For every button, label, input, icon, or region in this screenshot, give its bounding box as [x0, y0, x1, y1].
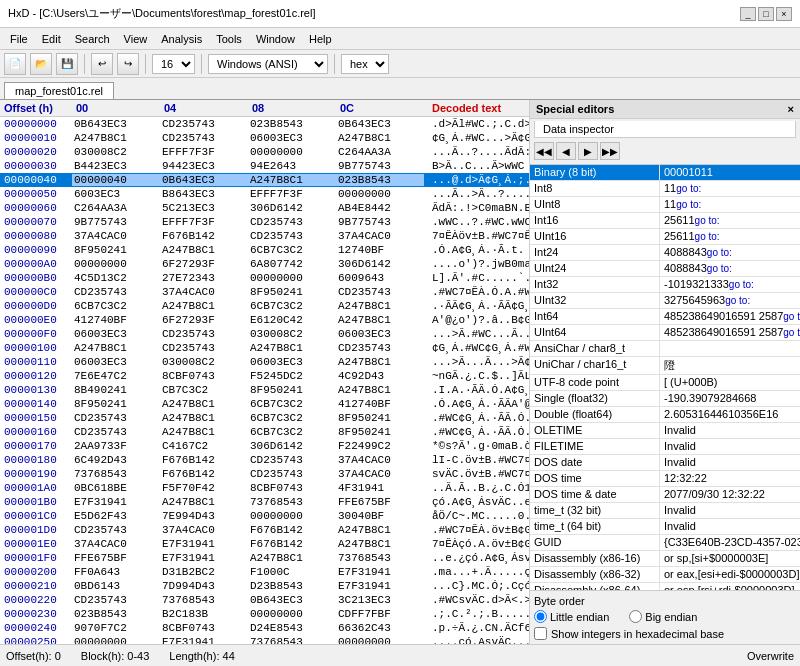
hex-row[interactable]: 000001E0 37A4CAC0 E7F31941 F676B142 A247…: [0, 537, 529, 551]
row-bytes-00[interactable]: 2AA9733F: [72, 440, 160, 452]
di-row[interactable]: time_t (32 bit) Invalid: [530, 503, 800, 519]
hex-row[interactable]: 000000B0 4C5D13C2 27E72343 00000000 6009…: [0, 271, 529, 285]
row-bytes-0c[interactable]: A247B8C1: [336, 538, 424, 550]
row-bytes-08[interactable]: CD235743: [248, 454, 336, 466]
row-bytes-0c[interactable]: 06003EC3: [336, 328, 424, 340]
row-bytes-00[interactable]: 00000040: [72, 174, 160, 186]
row-bytes-04[interactable]: A247B8C1: [160, 412, 248, 424]
format-select[interactable]: hex: [341, 54, 389, 74]
row-bytes-08[interactable]: A247B8C1: [248, 342, 336, 354]
row-bytes-04[interactable]: 27E72343: [160, 272, 248, 284]
row-bytes-08[interactable]: EFFF7F3F: [248, 188, 336, 200]
row-bytes-0c[interactable]: 023B8543: [336, 174, 424, 186]
minimize-button[interactable]: _: [740, 7, 756, 21]
row-bytes-08[interactable]: 306D6142: [248, 440, 336, 452]
di-row[interactable]: Single (float32) -190.39079284668: [530, 391, 800, 407]
row-bytes-00[interactable]: 0BD6143: [72, 580, 160, 592]
di-row[interactable]: UInt64 485238649016591 2587go to:: [530, 325, 800, 341]
row-bytes-0c[interactable]: E7F31941: [336, 580, 424, 592]
hex-row[interactable]: 000001C0 E5D62F43 7E994D43 00000000 3004…: [0, 509, 529, 523]
row-bytes-04[interactable]: 8CBF0743: [160, 622, 248, 634]
row-bytes-00[interactable]: 00000000: [72, 258, 160, 270]
hex-row[interactable]: 000001B0 E7F31941 A247B8C1 73768543 FFE6…: [0, 495, 529, 509]
row-bytes-04[interactable]: F676B142: [160, 230, 248, 242]
row-bytes-08[interactable]: 6CB7C3C2: [248, 426, 336, 438]
row-bytes-04[interactable]: F5F70F42: [160, 482, 248, 494]
row-bytes-00[interactable]: CD235743: [72, 426, 160, 438]
encoding-select[interactable]: Windows (ANSI): [208, 54, 328, 74]
row-bytes-0c[interactable]: A247B8C1: [336, 132, 424, 144]
hex-row[interactable]: 00000230 023B8543 B2C183B 00000000 CDFF7…: [0, 607, 529, 621]
hex-row[interactable]: 000000A0 00000000 6F27293F 6A807742 306D…: [0, 257, 529, 271]
row-bytes-08[interactable]: 8F950241: [248, 286, 336, 298]
row-bytes-00[interactable]: 8F950241: [72, 244, 160, 256]
row-bytes-0c[interactable]: 306D6142: [336, 258, 424, 270]
row-bytes-00[interactable]: 4C5D13C2: [72, 272, 160, 284]
row-bytes-0c[interactable]: CD235743: [336, 342, 424, 354]
row-bytes-0c[interactable]: A247B8C1: [336, 384, 424, 396]
show-hex-checkbox[interactable]: [534, 627, 547, 640]
row-bytes-04[interactable]: EFFF7F3F: [160, 216, 248, 228]
row-bytes-0c[interactable]: 3C213EC3: [336, 594, 424, 606]
row-bytes-0c[interactable]: 6009643: [336, 272, 424, 284]
hex-row[interactable]: 00000050 6003EC3 B8643EC3 EFFF7F3F 00000…: [0, 187, 529, 201]
row-bytes-0c[interactable]: 00000000: [336, 636, 424, 644]
hex-row[interactable]: 00000060 C264AA3A 5C213EC3 306D6142 AB4E…: [0, 201, 529, 215]
row-bytes-04[interactable]: D31B2BC2: [160, 566, 248, 578]
row-bytes-00[interactable]: E5D62F43: [72, 510, 160, 522]
maximize-button[interactable]: □: [758, 7, 774, 21]
menu-window[interactable]: Window: [250, 31, 301, 47]
row-bytes-08[interactable]: 6A807742: [248, 258, 336, 270]
row-bytes-0c[interactable]: 0B643EC3: [336, 118, 424, 130]
hex-row[interactable]: 00000080 37A4CAC0 F676B142 CD235743 37A4…: [0, 229, 529, 243]
di-goto-link[interactable]: go to:: [695, 231, 722, 242]
di-row[interactable]: DOS time 12:32:22: [530, 471, 800, 487]
row-bytes-04[interactable]: 8CBF0743: [160, 370, 248, 382]
hex-row[interactable]: 00000220 CD235743 73768543 0B643EC3 3C21…: [0, 593, 529, 607]
row-bytes-08[interactable]: 023B8543: [248, 118, 336, 130]
row-bytes-08[interactable]: 06003EC3: [248, 356, 336, 368]
menu-search[interactable]: Search: [69, 31, 116, 47]
di-row[interactable]: FILETIME Invalid: [530, 439, 800, 455]
di-goto-link[interactable]: go to:: [725, 295, 752, 306]
row-bytes-04[interactable]: E7F31941: [160, 538, 248, 550]
row-bytes-00[interactable]: 023B8543: [72, 608, 160, 620]
row-bytes-00[interactable]: 6CB7C3C2: [72, 300, 160, 312]
row-bytes-08[interactable]: 6CB7C3C2: [248, 300, 336, 312]
di-row[interactable]: AnsiChar / char8_t: [530, 341, 800, 357]
di-last-button[interactable]: ▶▶: [600, 142, 620, 160]
di-row[interactable]: UniChar / char16_t 隥: [530, 357, 800, 375]
menu-view[interactable]: View: [118, 31, 154, 47]
row-bytes-0c[interactable]: A247B8C1: [336, 524, 424, 536]
row-bytes-04[interactable]: E7F31941: [160, 636, 248, 644]
row-bytes-00[interactable]: 6003EC3: [72, 188, 160, 200]
row-bytes-0c[interactable]: A247B8C1: [336, 314, 424, 326]
row-bytes-04[interactable]: B8643EC3: [160, 188, 248, 200]
row-bytes-00[interactable]: 9B775743: [72, 216, 160, 228]
big-endian-radio[interactable]: Big endian: [629, 610, 697, 623]
hex-row[interactable]: 00000160 CD235743 A247B8C1 6CB7C3C2 8F95…: [0, 425, 529, 439]
row-bytes-08[interactable]: D24E8543: [248, 622, 336, 634]
row-bytes-0c[interactable]: 66362C43: [336, 622, 424, 634]
row-bytes-08[interactable]: 0B643EC3: [248, 594, 336, 606]
row-bytes-08[interactable]: A247B8C1: [248, 174, 336, 186]
row-bytes-00[interactable]: CD235743: [72, 286, 160, 298]
di-first-button[interactable]: ◀◀: [534, 142, 554, 160]
row-bytes-04[interactable]: A247B8C1: [160, 398, 248, 410]
row-bytes-04[interactable]: A247B8C1: [160, 496, 248, 508]
row-bytes-04[interactable]: 6F27293F: [160, 314, 248, 326]
row-bytes-08[interactable]: 00000000: [248, 146, 336, 158]
di-row[interactable]: Int32 -1019321333go to:: [530, 277, 800, 293]
row-bytes-00[interactable]: 37A4CAC0: [72, 230, 160, 242]
row-bytes-0c[interactable]: FFE675BF: [336, 496, 424, 508]
di-goto-link[interactable]: go to:: [707, 247, 734, 258]
row-bytes-08[interactable]: CD235743: [248, 216, 336, 228]
row-bytes-04[interactable]: C4167C2: [160, 440, 248, 452]
hex-row[interactable]: 00000190 73768543 F676B142 CD235743 37A4…: [0, 467, 529, 481]
row-bytes-0c[interactable]: 8F950241: [336, 426, 424, 438]
row-bytes-0c[interactable]: C264AA3A: [336, 146, 424, 158]
row-bytes-08[interactable]: 306D6142: [248, 202, 336, 214]
row-bytes-04[interactable]: 5C213EC3: [160, 202, 248, 214]
row-bytes-08[interactable]: 8F950241: [248, 384, 336, 396]
di-goto-link[interactable]: go to:: [695, 215, 722, 226]
